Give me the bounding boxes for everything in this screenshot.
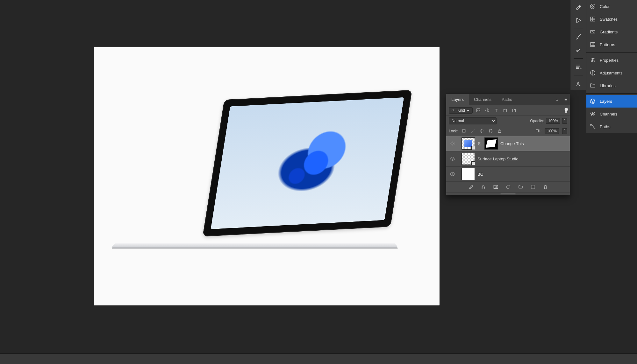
tab-channels[interactable]: Channels [469,94,497,105]
new-group-icon[interactable] [518,184,523,191]
svg-point-33 [452,158,454,160]
panel-tab-label: Properties [600,58,619,63]
play-actions-icon[interactable] [573,15,584,26]
layer-row[interactable]: Surface Laptop Studio [446,151,570,166]
collapse-panel-icon[interactable]: » [553,97,562,102]
new-layer-icon[interactable] [530,184,536,191]
panel-tab-label: Channels [600,112,617,116]
layers-panel[interactable]: Layers Channels Paths » ≡ Kind Normal [446,94,570,195]
visibility-toggle-icon[interactable] [446,156,459,162]
visibility-toggle-icon[interactable] [446,141,459,146]
panel-tab-patterns[interactable]: Patterns [586,38,637,51]
layer-name[interactable]: Change This [500,141,524,146]
layers-panel-tabbar: Layers Channels Paths » ≡ [446,94,570,105]
svg-point-26 [504,111,505,111]
svg-point-25 [505,109,506,110]
lock-artboard-icon[interactable] [488,128,494,134]
lock-transparent-icon[interactable] [461,128,467,134]
add-mask-icon[interactable] [493,184,498,191]
tab-paths[interactable]: Paths [497,94,517,105]
clone-source-icon[interactable] [573,45,584,55]
lock-fill-row: Lock: Fill: 100% ˅ [446,126,570,136]
layer-filter-row: Kind [446,105,570,116]
svg-point-1 [592,5,593,6]
fill-value[interactable]: 100% [545,128,559,134]
filter-adjustment-icon[interactable] [484,107,490,114]
filter-type-icon[interactable] [493,107,499,114]
panel-tab-label: Swatches [600,17,618,22]
svg-point-27 [505,111,506,111]
svg-rect-7 [590,19,592,21]
svg-point-20 [452,109,454,111]
lock-position-icon[interactable] [479,128,485,134]
filter-kind-dropdown[interactable]: Kind [449,107,473,114]
brush-panel-icon[interactable] [573,32,584,43]
panel-resize-grip[interactable] [446,192,570,195]
eyedropper-tool-icon[interactable] [573,2,584,13]
layer-name[interactable]: BG [477,172,483,177]
panel-tab-gradients[interactable]: Gradients [586,25,637,38]
svg-rect-18 [590,124,591,125]
panel-tab-label: Libraries [600,83,616,88]
character-panel-icon[interactable] [573,78,584,89]
filter-kind-select[interactable]: Kind [456,108,470,113]
panel-tab-channels[interactable]: Channels [586,108,637,120]
filter-smartobject-icon[interactable] [511,107,517,114]
layer-thumbnail[interactable] [462,168,475,180]
panel-tab-label: Paths [600,124,610,129]
panel-tab-properties[interactable]: Properties [586,54,637,66]
layer-row[interactable]: ⎘ Change This [446,136,570,151]
visibility-toggle-icon[interactable] [446,171,459,177]
svg-rect-28 [512,109,515,112]
svg-point-32 [452,143,454,144]
layer-mask-thumbnail[interactable] [484,137,498,150]
link-layers-icon[interactable] [468,184,474,191]
blend-mode-select[interactable]: Normal [449,117,497,124]
tab-layers[interactable]: Layers [446,94,469,105]
layer-name[interactable]: Surface Laptop Studio [477,157,519,161]
tab-label: Channels [474,97,491,102]
new-adjustment-layer-icon[interactable] [505,184,511,191]
mockup-screen [203,90,412,237]
svg-point-2 [591,6,592,7]
document-canvas[interactable] [94,47,440,305]
svg-point-13 [593,61,594,62]
svg-rect-31 [498,131,501,133]
svg-rect-5 [590,17,592,19]
lock-image-icon[interactable] [470,128,476,134]
mockup-laptop [111,98,420,251]
panel-tab-label: Color [600,4,610,9]
opacity-value[interactable]: 100% [546,118,560,124]
smart-object-badge-icon [471,161,475,165]
link-mask-icon[interactable]: ⎘ [477,141,482,146]
filter-toggle[interactable] [565,108,567,113]
panel-tab-color[interactable]: Color [586,0,637,13]
svg-rect-21 [477,108,480,112]
filter-pixel-icon[interactable] [475,107,482,114]
lock-all-icon[interactable] [497,128,503,134]
paragraph-panel-icon[interactable] [573,61,584,72]
layer-effects-icon[interactable] [481,184,486,191]
smart-object-badge-icon [471,146,475,150]
panel-menu-icon[interactable]: ≡ [562,97,570,102]
fill-label: Fill: [536,129,542,133]
layer-thumbnail[interactable] [462,137,475,150]
panel-tab-swatches[interactable]: Swatches [586,13,637,25]
delete-layer-icon[interactable] [543,184,548,191]
svg-rect-35 [494,185,498,188]
panel-tab-layers[interactable]: Layers [586,95,637,108]
opacity-dropdown-icon[interactable]: ˅ [562,118,567,124]
panel-tab-label: Gradients [600,30,618,34]
svg-point-36 [495,186,497,188]
panel-tab-label: Adjustments [600,71,623,75]
panel-tab-paths[interactable]: Paths [586,120,637,133]
svg-point-24 [504,109,505,110]
fill-dropdown-icon[interactable]: ˅ [562,128,567,134]
layer-row[interactable]: BG [446,166,570,182]
panel-tab-libraries[interactable]: Libraries [586,79,637,92]
panel-tab-adjustments[interactable]: Adjustments [586,66,637,79]
tab-label: Layers [451,97,464,102]
layer-thumbnail[interactable] [462,153,475,165]
panel-dock: Color Swatches Gradients Patterns Proper… [586,0,637,133]
filter-shape-icon[interactable] [502,107,508,114]
